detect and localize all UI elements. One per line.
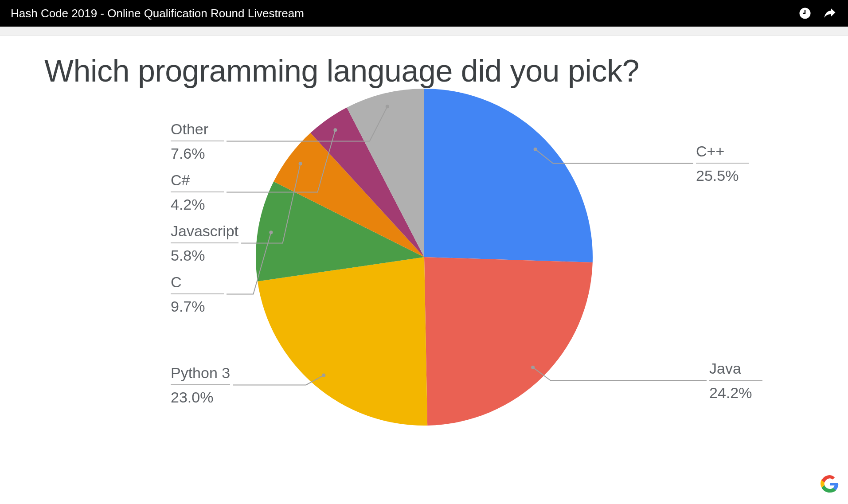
label-java: Java 24.2% — [709, 359, 762, 402]
video-topbar: Hash Code 2019 - Online Qualification Ro… — [0, 0, 848, 27]
pie-chart: C++ 25.5% Java 24.2% Python 3 23.0% C 9.… — [44, 98, 804, 452]
label-csharp-pct: 4.2% — [171, 196, 205, 213]
label-csharp-name: C# — [171, 171, 224, 192]
label-java-pct: 24.2% — [709, 384, 752, 401]
label-other: Other 7.6% — [171, 120, 224, 163]
label-other-name: Other — [171, 120, 224, 141]
pie-slice-java — [424, 257, 593, 426]
label-js-name: Javascript — [171, 222, 238, 243]
label-cpp-pct: 25.5% — [696, 167, 739, 184]
pie-slice-python3 — [257, 257, 427, 426]
share-icon[interactable] — [822, 7, 837, 20]
pie-svg — [251, 84, 597, 430]
video-title: Hash Code 2019 - Online Qualification Ro… — [11, 7, 304, 20]
pie-slice-c — [424, 89, 593, 262]
label-cpp: C++ 25.5% — [696, 142, 749, 185]
label-js-pct: 5.8% — [171, 247, 205, 264]
label-c: C 9.7% — [171, 273, 224, 316]
label-python3-pct: 23.0% — [171, 389, 213, 406]
label-python3: Python 3 23.0% — [171, 363, 230, 406]
google-logo-icon — [821, 475, 839, 495]
label-cpp-name: C++ — [696, 142, 749, 164]
label-java-name: Java — [709, 359, 762, 381]
label-c-pct: 9.7% — [171, 298, 205, 315]
slide: Which programming language did you pick?… — [0, 35, 848, 504]
watch-later-icon[interactable] — [798, 7, 812, 20]
label-c-name: C — [171, 273, 224, 294]
label-js: Javascript 5.8% — [171, 222, 238, 265]
label-other-pct: 7.6% — [171, 145, 205, 162]
topbar-separator — [0, 27, 848, 35]
label-csharp: C# 4.2% — [171, 171, 224, 214]
chart-title: Which programming language did you pick? — [44, 53, 804, 89]
topbar-actions — [798, 7, 837, 20]
label-python3-name: Python 3 — [171, 363, 230, 385]
